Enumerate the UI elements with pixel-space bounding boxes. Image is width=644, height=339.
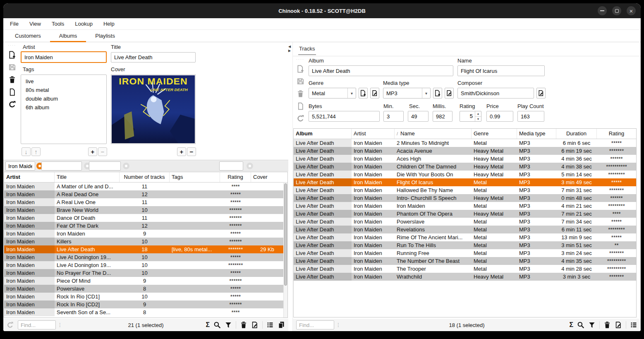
album-row[interactable]: Iron Maiden Live At Donington 19... 10 *… xyxy=(4,261,287,269)
track-row[interactable]: Live After Death Iron Maiden Acacia Aven… xyxy=(294,147,636,155)
tag-item[interactable]: double album xyxy=(21,94,106,103)
album-row[interactable]: Iron Maiden Powerslave 8 ***** xyxy=(4,285,287,293)
album-row[interactable]: Iron Maiden Live After Death 18 [live, 8… xyxy=(4,245,287,253)
add-cover-button[interactable]: + xyxy=(177,147,186,156)
column-header-duration[interactable]: Duration xyxy=(556,129,597,139)
album-row[interactable]: Iron Maiden A Matter of Life and D... 11… xyxy=(4,183,287,190)
delete-icon[interactable] xyxy=(603,321,611,329)
duplicate-record-icon[interactable] xyxy=(8,88,16,96)
tag-item[interactable]: 80s metal xyxy=(21,86,106,94)
track-row[interactable]: Live After Death Iron Maiden 2 Minutes T… xyxy=(294,139,636,147)
collapse-left-icon[interactable]: ◀ xyxy=(288,45,291,49)
album-row[interactable]: Iron Maiden Seventh Son of a Se... 8 ***… xyxy=(4,308,287,316)
millis-input[interactable] xyxy=(433,111,452,122)
column-header-tags[interactable]: Tags xyxy=(170,172,220,182)
track-row[interactable]: Live After Death Iron Maiden Powerslave … xyxy=(294,218,636,226)
delete-record-icon[interactable] xyxy=(8,76,16,84)
save-icon[interactable] xyxy=(297,77,304,85)
media-edit-button[interactable] xyxy=(445,88,454,99)
album-row[interactable]: Iron Maiden Rock In Rio [CD2] 9 ****** xyxy=(4,301,287,308)
column-header-media[interactable]: Media type xyxy=(517,129,556,139)
album-row[interactable]: Iron Maiden No Prayer For The D... 10 **… xyxy=(4,269,287,277)
genre-add-button[interactable] xyxy=(359,88,368,99)
rating-filter-input[interactable] xyxy=(219,161,243,171)
track-row[interactable]: Live After Death Iron Maiden Flight Of I… xyxy=(294,178,636,186)
new-record-icon[interactable] xyxy=(8,51,16,59)
track-row[interactable]: Live After Death Iron Maiden Run To The … xyxy=(294,241,636,249)
filter-icon[interactable] xyxy=(588,321,596,329)
column-header-name[interactable]: /Name xyxy=(395,129,472,139)
min-input[interactable] xyxy=(383,111,404,122)
title-input[interactable] xyxy=(111,52,196,63)
album-row[interactable]: Iron Maiden A Real Dead One 12 ***** xyxy=(4,190,287,198)
album-row[interactable]: Iron Maiden Live At Donington 19... 10 *… xyxy=(4,253,287,261)
scrollbar-thumb[interactable] xyxy=(284,183,287,286)
edit-icon[interactable] xyxy=(615,321,622,329)
track-row[interactable]: Live After Death Iron Maiden Iron Maiden… xyxy=(294,202,636,210)
move-up-button[interactable]: ↑ xyxy=(31,147,41,156)
chevron-down-icon[interactable]: ▾ xyxy=(347,88,356,98)
sec-input[interactable] xyxy=(408,111,429,122)
column-header-rating[interactable]: Rating xyxy=(220,172,251,182)
tracks-filter-radio[interactable] xyxy=(123,163,129,169)
column-header-tracks[interactable]: Number of tracks xyxy=(120,172,170,182)
composer-input[interactable] xyxy=(457,88,534,99)
menu-view[interactable]: View xyxy=(29,21,41,27)
album-row[interactable]: Iron Maiden Killers 10 ****** xyxy=(4,238,287,245)
media-type-select[interactable]: MP3 ▾ xyxy=(383,88,431,99)
artist-input[interactable] xyxy=(21,51,107,63)
remove-cover-button[interactable]: − xyxy=(187,147,196,156)
rating-filter-radio[interactable] xyxy=(247,163,253,169)
maximize-button[interactable] xyxy=(612,6,621,15)
name-input[interactable] xyxy=(457,65,545,76)
rating-spinner[interactable]: 5 ▲ ▼ xyxy=(460,111,481,122)
column-header-genre[interactable]: Genre xyxy=(472,129,517,139)
album-row[interactable]: Iron Maiden Fear Of The Dark 12 ****** xyxy=(4,222,287,230)
album-row[interactable]: Iron Maiden Brave New World 10 ****** xyxy=(4,206,287,214)
tab-customers[interactable]: Customers xyxy=(6,30,50,42)
column-header-rating[interactable]: Rating xyxy=(597,129,636,139)
filter-icon[interactable] xyxy=(225,321,232,329)
tab-albums[interactable]: Albums xyxy=(50,30,86,42)
chevron-down-icon[interactable]: ▾ xyxy=(422,88,430,98)
edit-icon[interactable] xyxy=(251,321,259,329)
albums-find-input[interactable] xyxy=(18,320,56,329)
refresh-icon[interactable] xyxy=(7,322,14,329)
move-down-button[interactable]: ↓ xyxy=(22,147,31,156)
track-row[interactable]: Live After Death Iron Maiden Intro- Chur… xyxy=(294,194,636,202)
menu-lookup[interactable]: Lookup xyxy=(75,21,93,27)
tab-playlists[interactable]: Playlists xyxy=(86,30,124,42)
album-row[interactable]: Iron Maiden Iron Maiden 9 ***** xyxy=(4,230,287,238)
album-row[interactable]: Iron Maiden Piece Of Mind 9 ****** xyxy=(4,277,287,285)
column-header-artist[interactable]: Artist xyxy=(4,172,55,182)
title-filter-input[interactable] xyxy=(41,161,82,171)
title-bar[interactable]: Chinook - 0.18.52 - SCOTT@H2DB × xyxy=(3,3,641,18)
track-row[interactable]: Live After Death Iron Maiden The Trooper… xyxy=(294,265,636,273)
column-header-cover[interactable]: Cover xyxy=(251,172,283,182)
save-icon[interactable] xyxy=(8,63,16,71)
track-row[interactable]: Live After Death Iron Maiden Children Of… xyxy=(294,163,636,171)
album-row[interactable]: Iron Maiden Dance Of Death 11 ****** xyxy=(4,214,287,222)
tracks-find-input[interactable] xyxy=(296,320,334,329)
track-row[interactable]: Live After Death Iron Maiden Phantom Of … xyxy=(294,210,636,218)
add-tag-button[interactable]: + xyxy=(88,147,97,156)
artist-filter-input[interactable] xyxy=(5,161,35,171)
refresh-icon[interactable] xyxy=(8,101,16,108)
track-row[interactable]: Live After Death Iron Maiden Revelations… xyxy=(294,226,636,233)
bytes-input[interactable] xyxy=(309,111,380,122)
track-row[interactable]: Live After Death Iron Maiden Running Fre… xyxy=(294,249,636,257)
price-input[interactable] xyxy=(486,111,513,122)
new-record-icon[interactable] xyxy=(297,65,304,73)
toolbar-grip-icon[interactable]: ···· xyxy=(296,58,304,60)
tag-item[interactable]: 6th album xyxy=(21,103,106,112)
track-row[interactable]: Live After Death Iron Maiden The Number … xyxy=(294,257,636,265)
album-input[interactable] xyxy=(309,65,453,76)
composer-edit-button[interactable] xyxy=(536,88,546,99)
remove-tag-button[interactable]: − xyxy=(98,147,107,156)
refresh-icon[interactable] xyxy=(297,115,304,123)
aggregate-icon[interactable]: Σ xyxy=(569,322,573,328)
menu-file[interactable]: File xyxy=(10,21,19,27)
genre-select[interactable]: Metal ▾ xyxy=(309,88,356,99)
search-icon[interactable] xyxy=(213,321,221,329)
aggregate-icon[interactable]: Σ xyxy=(206,322,210,328)
